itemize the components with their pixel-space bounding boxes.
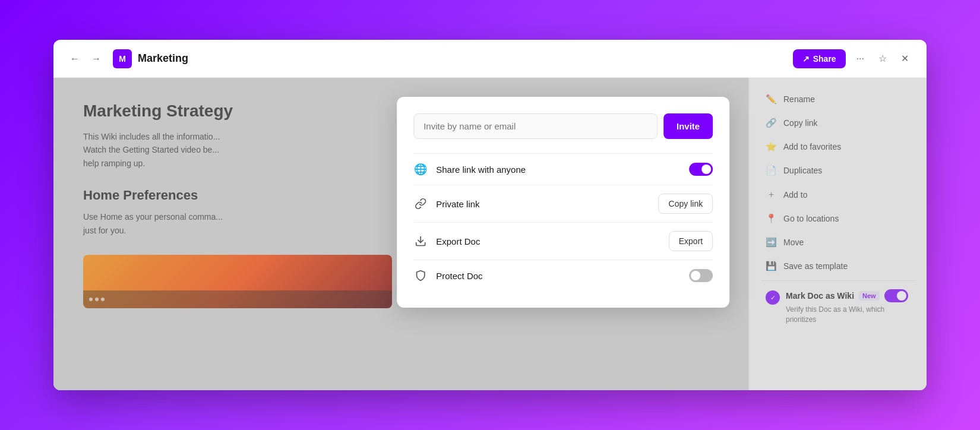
more-button[interactable]: ···: [853, 50, 868, 68]
content-area: Marketing Strategy This Wiki includes al…: [53, 78, 927, 390]
protect-doc-label: Protect Doc: [436, 271, 681, 281]
invite-input[interactable]: [413, 113, 657, 139]
export-doc-option: Export Doc Export: [413, 222, 713, 260]
invite-button[interactable]: Invite: [663, 113, 713, 139]
share-icon: ↗: [802, 54, 810, 64]
download-icon: [413, 234, 428, 248]
forward-button[interactable]: →: [89, 51, 103, 67]
back-button[interactable]: ←: [68, 51, 82, 67]
app-icon: M: [113, 49, 132, 68]
page-title: Marketing: [138, 52, 793, 65]
app-icon-label: M: [119, 54, 126, 64]
close-button[interactable]: ✕: [897, 49, 912, 68]
share-link-label: Share link with anyone: [436, 165, 681, 175]
protect-doc-option: Protect Doc: [413, 260, 713, 291]
share-dialog: Invite 🌐 Share link with anyone Private …: [397, 97, 729, 308]
header-bar: ← → M Marketing ↗ Share ··· ☆ ✕: [53, 40, 927, 78]
share-link-toggle[interactable]: [689, 163, 713, 176]
share-button[interactable]: ↗ Share: [793, 49, 846, 68]
export-button[interactable]: Export: [669, 231, 713, 251]
share-link-option: 🌐 Share link with anyone: [413, 153, 713, 185]
copy-link-button[interactable]: Copy link: [659, 194, 713, 214]
export-doc-label: Export Doc: [436, 236, 660, 246]
favorite-button[interactable]: ☆: [875, 49, 890, 68]
shield-icon: [413, 268, 428, 283]
private-link-label: Private link: [436, 199, 650, 209]
invite-row: Invite: [413, 113, 713, 139]
protect-doc-toggle[interactable]: [689, 269, 713, 282]
chain-icon: [413, 197, 428, 211]
private-link-option: Private link Copy link: [413, 185, 713, 222]
share-button-label: Share: [813, 54, 836, 64]
header-actions: ↗ Share ··· ☆ ✕: [793, 49, 912, 68]
globe-icon: 🌐: [413, 162, 428, 176]
nav-buttons: ← →: [68, 51, 103, 67]
browser-window: ← → M Marketing ↗ Share ··· ☆ ✕ Marketin…: [53, 40, 927, 390]
